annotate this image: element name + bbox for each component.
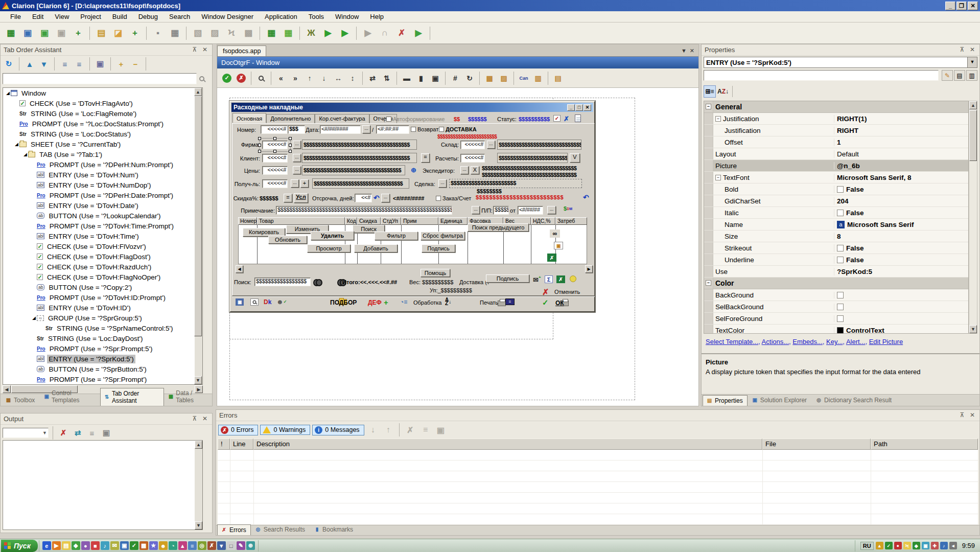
- quick-launch-icon-16[interactable]: ≡: [188, 541, 197, 550]
- tree-search-input[interactable]: [3, 73, 197, 84]
- def-label[interactable]: ДЕФ: [368, 299, 382, 306]
- quick-launch-icon-13[interactable]: ☻: [159, 541, 168, 550]
- pin-icon[interactable]: ⊼: [958, 411, 966, 419]
- tree-item[interactable]: abBUTTON (Use = '?Copy:2'): [3, 282, 202, 292]
- tree-item[interactable]: ablENTRY (Use = 'DTovH:ID'): [3, 303, 202, 313]
- quick-launch-icon-10[interactable]: ✓: [130, 541, 138, 550]
- properties-scrollbar[interactable]: ▲ ▼: [969, 101, 977, 334]
- quick-launch-icon-22[interactable]: ⊕: [246, 541, 255, 550]
- tree-item[interactable]: ProPROMPT (Use = '?DPerH:Num:Prompt'): [3, 159, 202, 170]
- tree-item[interactable]: ProPROMPT (Use = '?Loc:DocStatus:Prompt'…: [3, 119, 202, 129]
- checkbox-unchecked-icon[interactable]: [837, 292, 844, 298]
- scrollbar-thumb[interactable]: [194, 96, 202, 336]
- tab-order-icon[interactable]: #: [449, 72, 462, 85]
- sign-button[interactable]: Подпись: [422, 244, 455, 252]
- same-width-icon[interactable]: ▬: [400, 72, 413, 85]
- cancel-icon[interactable]: ✗: [237, 74, 246, 83]
- collapse-icon[interactable]: −: [715, 116, 721, 122]
- property-row-picture[interactable]: Picture@n_6b: [704, 160, 968, 172]
- generate-source-icon[interactable]: ▦: [3, 26, 18, 41]
- tree-item[interactable]: ✓CHECK (Use = 'DTovH:FlagAvto'): [3, 98, 202, 108]
- quick-launch-icon-20[interactable]: □: [227, 541, 236, 550]
- close-document-icon[interactable]: ✕: [690, 48, 694, 54]
- minimize-button[interactable]: _: [945, 2, 955, 10]
- ok-label[interactable]: ОК: [555, 300, 564, 307]
- calendar-lookup-button[interactable]: ...: [362, 125, 370, 133]
- step-over-icon[interactable]: ∩: [377, 26, 392, 41]
- link-edit-picture[interactable]: Edit Picture: [869, 338, 903, 346]
- binoculars-plus-icon[interactable]: [313, 279, 322, 285]
- sdelka-lookup-button[interactable]: ...: [438, 179, 447, 188]
- warning-filter-button[interactable]: 0 Warnings: [260, 425, 310, 435]
- sign2-button[interactable]: Подпись: [486, 274, 529, 283]
- tray-icon-3[interactable]: ●: [894, 542, 902, 549]
- quick-launch-icon-4[interactable]: ◆: [72, 541, 80, 550]
- property-row-selforeground[interactable]: SelForeGround: [704, 313, 968, 325]
- view-button[interactable]: Просмотр: [307, 244, 351, 252]
- menu-help[interactable]: Help: [365, 12, 389, 21]
- link-select-template-[interactable]: Select Template...: [706, 338, 758, 346]
- sklad-entry[interactable]: <<<<<#: [460, 141, 485, 149]
- open-application-icon[interactable]: ▣: [37, 26, 52, 41]
- stop-build-icon[interactable]: ✗: [394, 26, 409, 41]
- excel-icon-2[interactable]: ✗: [556, 275, 565, 283]
- process-icon[interactable]: ◔≡: [400, 298, 407, 306]
- tseny-lookup-button[interactable]: ...: [293, 166, 301, 174]
- grid-view-icon[interactable]: ▤: [954, 70, 965, 81]
- output-scrollbar[interactable]: ▲ ▼: [195, 441, 202, 530]
- autoform-checkbox[interactable]: Автоформирование: [386, 116, 445, 122]
- alphabetical-sort-button[interactable]: AZ↓: [717, 85, 729, 98]
- property-value[interactable]: 204: [834, 197, 968, 205]
- property-row-justification[interactable]: JustificationRIGHT: [704, 125, 968, 136]
- scroll-left-icon[interactable]: ◀: [3, 385, 11, 393]
- scroll-up-icon[interactable]: ▲: [195, 441, 202, 449]
- menu-project[interactable]: Project: [75, 12, 106, 21]
- property-value[interactable]: ?SprKod:5: [834, 268, 968, 275]
- glasses-icon[interactable]: ∞: [550, 229, 560, 238]
- tray-icon-8[interactable]: ♪: [940, 542, 948, 549]
- tree-item[interactable]: ◢TAB (Use = '?Tab:1'): [3, 149, 202, 159]
- property-row-justification[interactable]: −JustificationRIGHT(1): [704, 113, 968, 125]
- poisk-entry[interactable]: $$$$$$$$$$$$$$$$$: [254, 278, 311, 286]
- errors-table-body[interactable]: [218, 450, 978, 525]
- designed-form[interactable]: Расходные накладные _ □ ✕ Основная Допол…: [229, 101, 595, 312]
- property-value[interactable]: RIGHT: [834, 127, 968, 134]
- add-source-icon[interactable]: +: [127, 26, 143, 41]
- close-icon[interactable]: ✕: [201, 46, 209, 54]
- build-icon[interactable]: Ϟ: [224, 26, 239, 41]
- pp-lookup-button[interactable]: ...: [472, 206, 480, 214]
- refresh-button[interactable]: Обновить: [268, 236, 307, 244]
- zakaz-checkbox[interactable]: Заказ/Счет: [436, 195, 471, 201]
- clear-output-icon[interactable]: ✗: [57, 427, 69, 439]
- property-row-italic[interactable]: ItalicFalse: [704, 207, 968, 219]
- run-icon[interactable]: ▶: [337, 26, 353, 41]
- tree-item[interactable]: ablENTRY (Use = 'DTovH:Date'): [3, 200, 202, 211]
- tree-item[interactable]: StrSTRING (Use = 'Loc:FlagRemote'): [3, 108, 202, 119]
- usl-button[interactable]: Усл: [294, 193, 308, 203]
- open-file-icon[interactable]: ◪: [110, 26, 126, 41]
- collapse-icon[interactable]: −: [715, 175, 721, 180]
- property-category-color[interactable]: −Color: [704, 278, 968, 289]
- podbor-label[interactable]: ПОДБОР: [330, 299, 357, 306]
- primechanie-entry[interactable]: $$$$$$$$$$$$$$$$$$$$$$$$$$$$$$$$$$$$$$$$…: [276, 206, 452, 215]
- apply-icon[interactable]: ✓: [222, 74, 231, 83]
- pp-entry[interactable]: $$$$$$: [493, 206, 509, 215]
- send-to-back-icon[interactable]: ▨: [497, 72, 510, 85]
- property-value[interactable]: [834, 292, 968, 298]
- align-right-icon[interactable]: »: [289, 72, 302, 85]
- expand-all-icon[interactable]: +: [115, 58, 127, 70]
- close-icon[interactable]: ✕: [968, 46, 976, 54]
- tree-item[interactable]: ◢SHEET (Use = '?CurrentTab'): [3, 139, 202, 149]
- data-tables-refresh-icon[interactable]: ▦: [281, 26, 296, 41]
- close-button[interactable]: ✕: [968, 2, 978, 10]
- scroll-up-icon[interactable]: ▲: [194, 88, 202, 96]
- cancel-template-icon[interactable]: Can: [517, 72, 530, 85]
- restore-button[interactable]: ❐: [956, 2, 967, 10]
- props-tab-dictionary-search-result[interactable]: ◎Dictionary Search Result: [812, 395, 896, 406]
- expand-list-icon[interactable]: ≡: [59, 58, 71, 70]
- v-button[interactable]: V: [570, 153, 580, 163]
- move-up-icon[interactable]: ▲: [24, 58, 36, 70]
- globe-icon[interactable]: ⊕: [411, 166, 416, 174]
- dostavka-checkbox[interactable]: ДОСТАВКА: [439, 126, 477, 132]
- sklad-lookup-button[interactable]: ...: [487, 141, 495, 149]
